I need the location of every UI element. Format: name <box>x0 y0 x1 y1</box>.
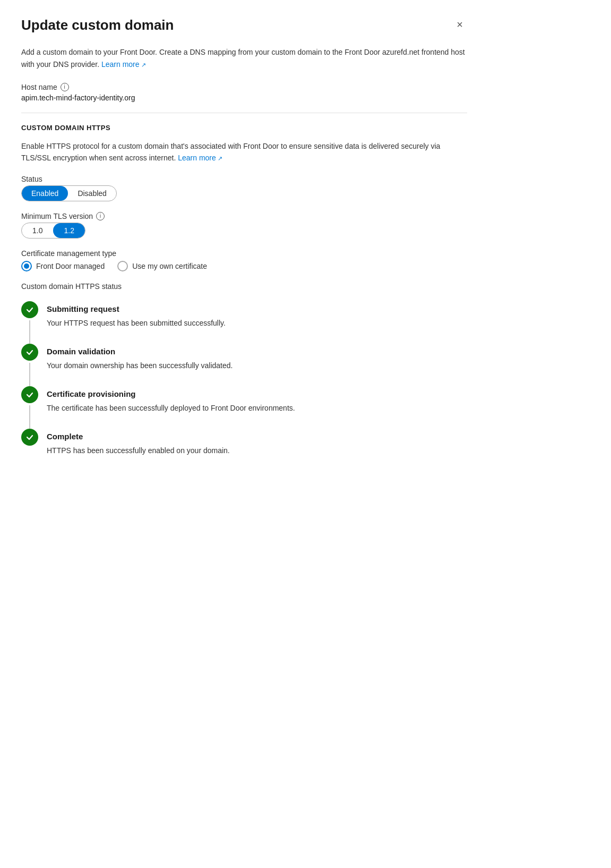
description-text: Add a custom domain to your Front Door. … <box>21 48 465 68</box>
status-field: Status Enabled Disabled <box>21 175 467 201</box>
step-2-left <box>21 344 38 386</box>
update-custom-domain-panel: Update custom domain × Add a custom doma… <box>0 0 488 492</box>
tls-12-option[interactable]: 1.2 <box>53 223 84 238</box>
top-description: Add a custom domain to your Front Door. … <box>21 46 467 70</box>
host-name-field: Host name i apim.tech-mind-factory-ident… <box>21 83 467 102</box>
certificate-type-field: Certificate management type Front Door m… <box>21 249 467 271</box>
step-2-check-icon <box>21 344 38 361</box>
certificate-radio-group: Front Door managed Use my own certificat… <box>21 261 467 271</box>
step-3-title: Certificate provisioning <box>47 386 467 399</box>
divider-1 <box>21 113 467 113</box>
panel-title: Update custom domain <box>21 17 174 33</box>
steps-container: Submitting request Your HTTPS request ha… <box>21 301 467 471</box>
step-submitting-request: Submitting request Your HTTPS request ha… <box>21 301 467 344</box>
front-door-managed-label: Front Door managed <box>36 262 105 270</box>
step-4-check-icon <box>21 429 38 446</box>
status-label: Status <box>21 175 467 183</box>
https-status-label: Custom domain HTTPS status <box>21 282 467 291</box>
front-door-managed-option[interactable]: Front Door managed <box>21 261 105 271</box>
certificate-type-label: Certificate management type <box>21 249 467 258</box>
host-name-label: Host name i <box>21 83 467 91</box>
step-complete: Complete HTTPS has been successfully ena… <box>21 429 467 471</box>
step-1-content: Submitting request Your HTTPS request ha… <box>47 301 467 344</box>
tls-version-field: Minimum TLS version i 1.0 1.2 <box>21 212 467 239</box>
step-1-check-icon <box>21 301 38 318</box>
tls-10-option[interactable]: 1.0 <box>22 223 53 238</box>
step-3-check-icon <box>21 386 38 403</box>
step-1-title: Submitting request <box>47 301 467 314</box>
step-certificate-provisioning: Certificate provisioning The certificate… <box>21 386 467 429</box>
learn-more-link-https[interactable]: Learn more <box>178 154 222 162</box>
https-description-text: Enable HTTPS protocol for a custom domai… <box>21 142 440 162</box>
own-certificate-label: Use my own certificate <box>132 262 207 270</box>
step-3-desc: The certificate has been successfully de… <box>47 403 467 414</box>
step-4-title: Complete <box>47 429 467 442</box>
host-name-info-icon[interactable]: i <box>61 83 69 91</box>
tls-info-icon[interactable]: i <box>96 212 105 220</box>
own-certificate-radio[interactable] <box>117 261 128 271</box>
https-description: Enable HTTPS protocol for a custom domai… <box>21 140 467 164</box>
step-3-left <box>21 386 38 429</box>
close-button[interactable]: × <box>452 17 467 32</box>
front-door-managed-radio[interactable] <box>21 261 32 271</box>
step-4-desc: HTTPS has been successfully enabled on y… <box>47 445 467 456</box>
step-2-title: Domain validation <box>47 344 467 357</box>
panel-header: Update custom domain × <box>21 17 467 33</box>
host-name-value: apim.tech-mind-factory-identity.org <box>21 93 467 102</box>
step-4-content: Complete HTTPS has been successfully ena… <box>47 429 467 471</box>
step-2-line <box>29 363 30 386</box>
status-disabled-option[interactable]: Disabled <box>68 186 116 201</box>
tls-label: Minimum TLS version i <box>21 212 467 220</box>
step-1-desc: Your HTTPS request has been submitted su… <box>47 318 467 329</box>
own-certificate-option[interactable]: Use my own certificate <box>117 261 207 271</box>
status-enabled-option[interactable]: Enabled <box>22 186 68 201</box>
step-domain-validation: Domain validation Your domain ownership … <box>21 344 467 386</box>
step-3-line <box>29 405 30 429</box>
step-1-left <box>21 301 38 344</box>
tls-toggle-group[interactable]: 1.0 1.2 <box>21 223 85 239</box>
step-4-left <box>21 429 38 471</box>
step-3-content: Certificate provisioning The certificate… <box>47 386 467 429</box>
step-2-content: Domain validation Your domain ownership … <box>47 344 467 386</box>
custom-domain-https-title: CUSTOM DOMAIN HTTPS <box>21 124 467 132</box>
step-1-line <box>29 320 30 344</box>
learn-more-link-top[interactable]: Learn more <box>101 60 146 69</box>
status-toggle-group[interactable]: Enabled Disabled <box>21 185 117 201</box>
step-2-desc: Your domain ownership has been successfu… <box>47 360 467 371</box>
